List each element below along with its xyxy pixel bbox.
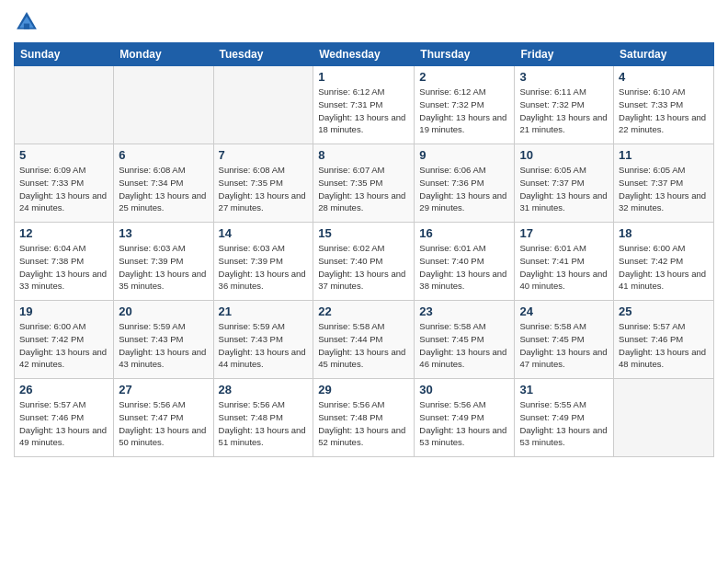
- day-number: 17: [519, 226, 609, 240]
- day-info: Sunrise: 6:08 AM Sunset: 7:35 PM Dayligh…: [219, 164, 309, 214]
- day-number: 20: [119, 304, 208, 318]
- day-number: 4: [619, 70, 709, 84]
- day-info: Sunrise: 6:00 AM Sunset: 7:42 PM Dayligh…: [19, 320, 108, 371]
- logo-icon: [14, 9, 40, 35]
- day-number: 14: [219, 226, 309, 240]
- calendar-cell: 1Sunrise: 6:12 AM Sunset: 7:31 PM Daylig…: [313, 66, 415, 144]
- day-number: 25: [619, 304, 709, 318]
- calendar-cell: 17Sunrise: 6:01 AM Sunset: 7:41 PM Dayli…: [515, 223, 614, 301]
- calendar-cell: 20Sunrise: 5:59 AM Sunset: 7:43 PM Dayli…: [114, 301, 213, 379]
- day-number: 31: [519, 383, 609, 396]
- day-number: 10: [519, 148, 609, 162]
- day-number: 16: [419, 226, 509, 240]
- day-number: 5: [19, 148, 108, 162]
- calendar-week-row: 19Sunrise: 6:00 AM Sunset: 7:42 PM Dayli…: [15, 301, 714, 379]
- svg-rect-2: [24, 24, 29, 29]
- calendar-cell: 13Sunrise: 6:03 AM Sunset: 7:39 PM Dayli…: [114, 223, 213, 301]
- calendar-cell: [15, 66, 114, 144]
- calendar-cell: 22Sunrise: 5:58 AM Sunset: 7:44 PM Dayli…: [313, 301, 415, 379]
- calendar-cell: 7Sunrise: 6:08 AM Sunset: 7:35 PM Daylig…: [213, 144, 313, 223]
- calendar-cell: 3Sunrise: 6:11 AM Sunset: 7:32 PM Daylig…: [515, 66, 614, 144]
- day-info: Sunrise: 6:00 AM Sunset: 7:42 PM Dayligh…: [619, 242, 709, 293]
- calendar-cell: 14Sunrise: 6:03 AM Sunset: 7:39 PM Dayli…: [213, 223, 313, 301]
- day-info: Sunrise: 6:06 AM Sunset: 7:36 PM Dayligh…: [419, 164, 509, 214]
- day-info: Sunrise: 5:59 AM Sunset: 7:43 PM Dayligh…: [219, 320, 309, 371]
- calendar-cell: 23Sunrise: 5:58 AM Sunset: 7:45 PM Dayli…: [415, 301, 515, 379]
- col-header-friday: Friday: [515, 43, 614, 66]
- day-info: Sunrise: 6:05 AM Sunset: 7:37 PM Dayligh…: [619, 164, 709, 214]
- page-header: [14, 9, 714, 35]
- calendar-week-row: 12Sunrise: 6:04 AM Sunset: 7:38 PM Dayli…: [15, 223, 714, 301]
- day-number: 28: [219, 383, 309, 396]
- day-number: 23: [419, 304, 509, 318]
- day-info: Sunrise: 5:56 AM Sunset: 7:48 PM Dayligh…: [219, 398, 309, 449]
- calendar-cell: 30Sunrise: 5:56 AM Sunset: 7:49 PM Dayli…: [415, 379, 515, 457]
- day-info: Sunrise: 6:02 AM Sunset: 7:40 PM Dayligh…: [318, 242, 409, 293]
- calendar-cell: 25Sunrise: 5:57 AM Sunset: 7:46 PM Dayli…: [614, 301, 714, 379]
- calendar-cell: 27Sunrise: 5:56 AM Sunset: 7:47 PM Dayli…: [114, 379, 213, 457]
- calendar-cell: 11Sunrise: 6:05 AM Sunset: 7:37 PM Dayli…: [614, 144, 714, 223]
- day-number: 26: [19, 383, 108, 396]
- day-info: Sunrise: 5:57 AM Sunset: 7:46 PM Dayligh…: [619, 320, 709, 371]
- col-header-thursday: Thursday: [415, 43, 515, 66]
- day-number: 8: [318, 148, 409, 162]
- day-number: 13: [119, 226, 208, 240]
- day-number: 18: [619, 226, 709, 240]
- col-header-saturday: Saturday: [614, 43, 714, 66]
- day-number: 1: [318, 70, 409, 84]
- day-number: 22: [318, 304, 409, 318]
- day-info: Sunrise: 6:03 AM Sunset: 7:39 PM Dayligh…: [219, 242, 309, 293]
- day-info: Sunrise: 6:10 AM Sunset: 7:33 PM Dayligh…: [619, 86, 709, 136]
- calendar-cell: [213, 66, 313, 144]
- day-number: 19: [19, 304, 108, 318]
- day-info: Sunrise: 6:08 AM Sunset: 7:34 PM Dayligh…: [119, 164, 208, 214]
- calendar-cell: 19Sunrise: 6:00 AM Sunset: 7:42 PM Dayli…: [15, 301, 114, 379]
- logo: [14, 9, 43, 35]
- calendar-cell: [114, 66, 213, 144]
- day-info: Sunrise: 5:56 AM Sunset: 7:48 PM Dayligh…: [318, 398, 409, 449]
- col-header-monday: Monday: [114, 43, 213, 66]
- day-number: 3: [519, 70, 609, 84]
- calendar-cell: 5Sunrise: 6:09 AM Sunset: 7:33 PM Daylig…: [15, 144, 114, 223]
- col-header-tuesday: Tuesday: [213, 43, 313, 66]
- calendar-cell: [614, 379, 714, 457]
- day-info: Sunrise: 5:58 AM Sunset: 7:45 PM Dayligh…: [419, 320, 509, 371]
- day-number: 15: [318, 226, 409, 240]
- day-info: Sunrise: 5:56 AM Sunset: 7:47 PM Dayligh…: [119, 398, 208, 449]
- calendar-week-row: 1Sunrise: 6:12 AM Sunset: 7:31 PM Daylig…: [15, 66, 714, 144]
- day-info: Sunrise: 5:57 AM Sunset: 7:46 PM Dayligh…: [19, 398, 108, 449]
- day-number: 30: [419, 383, 509, 396]
- calendar-cell: 8Sunrise: 6:07 AM Sunset: 7:35 PM Daylig…: [313, 144, 415, 223]
- day-info: Sunrise: 6:01 AM Sunset: 7:41 PM Dayligh…: [519, 242, 609, 293]
- day-number: 9: [419, 148, 509, 162]
- day-number: 11: [619, 148, 709, 162]
- col-header-wednesday: Wednesday: [313, 43, 415, 66]
- day-number: 29: [318, 383, 409, 396]
- calendar-cell: 31Sunrise: 5:55 AM Sunset: 7:49 PM Dayli…: [515, 379, 614, 457]
- day-info: Sunrise: 5:59 AM Sunset: 7:43 PM Dayligh…: [119, 320, 208, 371]
- calendar-cell: 9Sunrise: 6:06 AM Sunset: 7:36 PM Daylig…: [415, 144, 515, 223]
- day-info: Sunrise: 6:01 AM Sunset: 7:40 PM Dayligh…: [419, 242, 509, 293]
- calendar-cell: 10Sunrise: 6:05 AM Sunset: 7:37 PM Dayli…: [515, 144, 614, 223]
- day-info: Sunrise: 6:12 AM Sunset: 7:32 PM Dayligh…: [419, 86, 509, 136]
- calendar-cell: 29Sunrise: 5:56 AM Sunset: 7:48 PM Dayli…: [313, 379, 415, 457]
- calendar-cell: 12Sunrise: 6:04 AM Sunset: 7:38 PM Dayli…: [15, 223, 114, 301]
- day-info: Sunrise: 6:04 AM Sunset: 7:38 PM Dayligh…: [19, 242, 108, 293]
- calendar-header-row: SundayMondayTuesdayWednesdayThursdayFrid…: [15, 43, 714, 66]
- day-info: Sunrise: 6:05 AM Sunset: 7:37 PM Dayligh…: [519, 164, 609, 214]
- col-header-sunday: Sunday: [15, 43, 114, 66]
- calendar-cell: 18Sunrise: 6:00 AM Sunset: 7:42 PM Dayli…: [614, 223, 714, 301]
- calendar-cell: 15Sunrise: 6:02 AM Sunset: 7:40 PM Dayli…: [313, 223, 415, 301]
- day-info: Sunrise: 6:12 AM Sunset: 7:31 PM Dayligh…: [318, 86, 409, 136]
- day-info: Sunrise: 6:03 AM Sunset: 7:39 PM Dayligh…: [119, 242, 208, 293]
- day-number: 2: [419, 70, 509, 84]
- calendar-cell: 6Sunrise: 6:08 AM Sunset: 7:34 PM Daylig…: [114, 144, 213, 223]
- day-number: 24: [519, 304, 609, 318]
- calendar-week-row: 5Sunrise: 6:09 AM Sunset: 7:33 PM Daylig…: [15, 144, 714, 223]
- calendar-cell: 26Sunrise: 5:57 AM Sunset: 7:46 PM Dayli…: [15, 379, 114, 457]
- calendar-week-row: 26Sunrise: 5:57 AM Sunset: 7:46 PM Dayli…: [15, 379, 714, 457]
- day-info: Sunrise: 5:58 AM Sunset: 7:44 PM Dayligh…: [318, 320, 409, 371]
- day-info: Sunrise: 5:56 AM Sunset: 7:49 PM Dayligh…: [419, 398, 509, 449]
- calendar-cell: 2Sunrise: 6:12 AM Sunset: 7:32 PM Daylig…: [415, 66, 515, 144]
- day-info: Sunrise: 5:55 AM Sunset: 7:49 PM Dayligh…: [519, 398, 609, 449]
